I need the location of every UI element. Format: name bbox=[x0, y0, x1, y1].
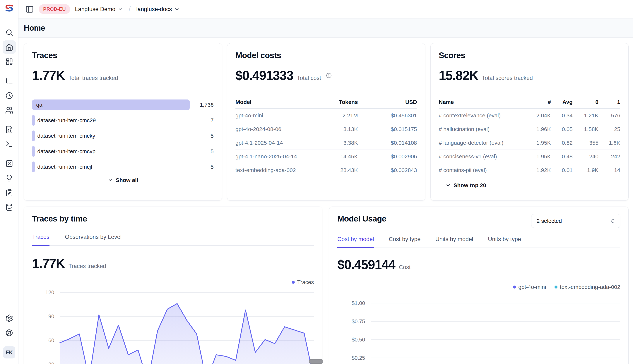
bar-value: 5 bbox=[190, 133, 214, 139]
cell-tokens: 3.13K bbox=[306, 126, 358, 132]
env-badge: PROD-EU bbox=[39, 4, 70, 14]
legend-dot-icon bbox=[554, 286, 557, 288]
model-costs-metric-label: Total cost bbox=[297, 75, 321, 82]
clock-icon[interactable] bbox=[3, 89, 16, 102]
avatar[interactable]: FK bbox=[3, 346, 15, 358]
clipboard-pen-icon[interactable] bbox=[3, 186, 16, 199]
bar-track: dataset-run-item-cmcvp bbox=[32, 146, 190, 157]
top-card-row: Traces 1.77K Total traces tracked qa1,73… bbox=[24, 43, 628, 201]
model-cost-row: text-embedding-ada-00228.43K$0.002843 bbox=[235, 163, 417, 177]
model-usage-title: Model Usage bbox=[337, 214, 386, 223]
cell-name: # hallucination (eval) bbox=[439, 126, 523, 132]
bar-fill bbox=[32, 146, 35, 157]
database-icon[interactable] bbox=[3, 201, 16, 214]
cell-zero: 1.9K bbox=[573, 167, 598, 173]
tab-cost-by-model[interactable]: Cost by model bbox=[337, 236, 374, 248]
svg-text:90: 90 bbox=[48, 314, 54, 319]
model-costs-table-body: gpt-4o-mini2.21M$0.456301gpt-4o-2024-08-… bbox=[235, 109, 417, 177]
scores-table-body: # contextrelevance (eval)2.04K0.341.21K5… bbox=[439, 109, 620, 177]
bar-fill bbox=[32, 162, 35, 172]
trace-bar-row[interactable]: qa1,736 bbox=[32, 100, 214, 110]
list-tree-icon[interactable] bbox=[3, 74, 16, 88]
bar-label: qa bbox=[36, 102, 42, 108]
bar-value: 7 bbox=[190, 117, 214, 124]
trace-bar-row[interactable]: dataset-run-item-cmcky5 bbox=[32, 130, 214, 141]
traces-area-chart: 120906030 bbox=[32, 285, 314, 364]
tab-units-by-model[interactable]: Units by model bbox=[435, 236, 473, 248]
model-usage-card: Model Usage 2 selected Cost by modelCost… bbox=[329, 206, 628, 364]
model-usage-metric-label: Cost bbox=[399, 264, 411, 270]
search-icon[interactable] bbox=[3, 26, 16, 39]
score-row: # contextrelevance (eval)2.04K0.341.21K5… bbox=[439, 109, 620, 122]
scrollbar-thumb[interactable] bbox=[309, 359, 323, 364]
square-percent-icon[interactable] bbox=[3, 157, 16, 170]
chevrons-up-down-icon bbox=[610, 218, 616, 224]
cell-tokens: 14.45K bbox=[306, 154, 358, 160]
usage-chart-legend: gpt-4o-minitext-embedding-ada-002 bbox=[337, 284, 620, 290]
bar-label: dataset-run-item-cmcky bbox=[37, 133, 95, 139]
org-switcher[interactable]: Langfuse Demo bbox=[75, 6, 123, 12]
tab-cost-by-type[interactable]: Cost by type bbox=[389, 236, 420, 248]
traces-by-time-metric-label: Traces tracked bbox=[69, 263, 106, 270]
cell-zero: 240 bbox=[573, 154, 598, 160]
cell-model: gpt-4.1-nano-2025-04-14 bbox=[235, 154, 306, 160]
cell-one: 25 bbox=[598, 126, 620, 132]
model-cost-row: gpt-4o-2024-08-063.13K$0.015175 bbox=[235, 122, 417, 136]
trace-bar-row[interactable]: dataset-run-item-cmc297 bbox=[32, 115, 214, 126]
chevron-down-icon bbox=[118, 6, 123, 12]
svg-text:$0.50: $0.50 bbox=[352, 337, 365, 342]
cell-usd: $0.015175 bbox=[358, 126, 417, 132]
show-top-20-button[interactable]: Show top 20 bbox=[439, 182, 620, 188]
bar-fill bbox=[32, 130, 35, 141]
settings-gear-icon[interactable] bbox=[3, 312, 16, 325]
cell-avg: 0.82 bbox=[551, 140, 573, 146]
trace-bar-row[interactable]: dataset-run-item-cmcvp5 bbox=[32, 146, 214, 157]
dashboard-grid-icon[interactable] bbox=[3, 55, 16, 68]
cell-name: # conciseness-v1 (eval) bbox=[439, 154, 523, 160]
sidebar-toggle-icon[interactable] bbox=[25, 5, 34, 14]
cell-zero: 1.21K bbox=[573, 112, 598, 119]
svg-text:60: 60 bbox=[48, 338, 54, 343]
traces-chart-legend: Traces bbox=[32, 279, 314, 285]
chevron-down-icon bbox=[174, 6, 180, 12]
cell-model: gpt-4.1-2025-04-14 bbox=[235, 140, 306, 146]
info-icon[interactable] bbox=[326, 72, 332, 78]
show-all-button[interactable]: Show all bbox=[32, 177, 214, 183]
home-icon[interactable] bbox=[3, 40, 16, 54]
bar-value: 5 bbox=[190, 148, 214, 154]
cell-one: 576 bbox=[598, 112, 620, 119]
svg-text:30: 30 bbox=[48, 362, 54, 364]
users-icon[interactable] bbox=[3, 104, 16, 117]
model-usage-header: Model Usage 2 selected bbox=[337, 214, 620, 228]
cell-zero: 355 bbox=[573, 140, 598, 146]
scores-card: Scores 15.82K Total scores tracked Name … bbox=[430, 43, 628, 201]
traces-by-time-title: Traces by time bbox=[32, 214, 314, 223]
life-buoy-icon[interactable] bbox=[3, 326, 16, 340]
legend-item: gpt-4o-mini bbox=[513, 284, 546, 290]
terminal-icon[interactable] bbox=[3, 138, 16, 151]
page-header: Home bbox=[19, 18, 633, 38]
svg-text:$0.75: $0.75 bbox=[352, 318, 365, 324]
traces-bar-list: qa1,736dataset-run-item-cmc297dataset-ru… bbox=[32, 100, 214, 172]
show-all-label: Show all bbox=[116, 177, 138, 183]
bar-fill bbox=[32, 100, 190, 110]
traces-card-title: Traces bbox=[32, 51, 214, 60]
file-code-icon[interactable] bbox=[3, 123, 16, 136]
project-switcher[interactable]: langfuse-docs bbox=[136, 6, 180, 12]
cell-count: 1.92K bbox=[523, 167, 551, 173]
traces-metric-value: 1.77K bbox=[32, 68, 65, 83]
model-cost-row: gpt-4.1-nano-2025-04-1414.45K$0.002906 bbox=[235, 150, 417, 163]
tab-traces[interactable]: Traces bbox=[32, 234, 50, 246]
dashboard-content: Traces 1.77K Total traces tracked qa1,73… bbox=[19, 38, 633, 364]
trace-bar-row[interactable]: dataset-run-item-cmcjf5 bbox=[32, 162, 214, 172]
lightbulb-icon[interactable] bbox=[3, 172, 16, 185]
model-select-dropdown[interactable]: 2 selected bbox=[531, 214, 620, 228]
tab-observations-by-level[interactable]: Observations by Level bbox=[65, 234, 122, 246]
bar-fill bbox=[32, 115, 35, 126]
bottom-card-row: Traces by time TracesObservations by Lev… bbox=[24, 206, 628, 364]
model-usage-metric: $0.459144 Cost bbox=[337, 257, 620, 272]
sidebar: FK bbox=[0, 0, 19, 364]
bar-value: 5 bbox=[190, 164, 214, 170]
cell-avg: 0.01 bbox=[551, 167, 573, 173]
tab-units-by-type[interactable]: Units by type bbox=[488, 236, 521, 248]
